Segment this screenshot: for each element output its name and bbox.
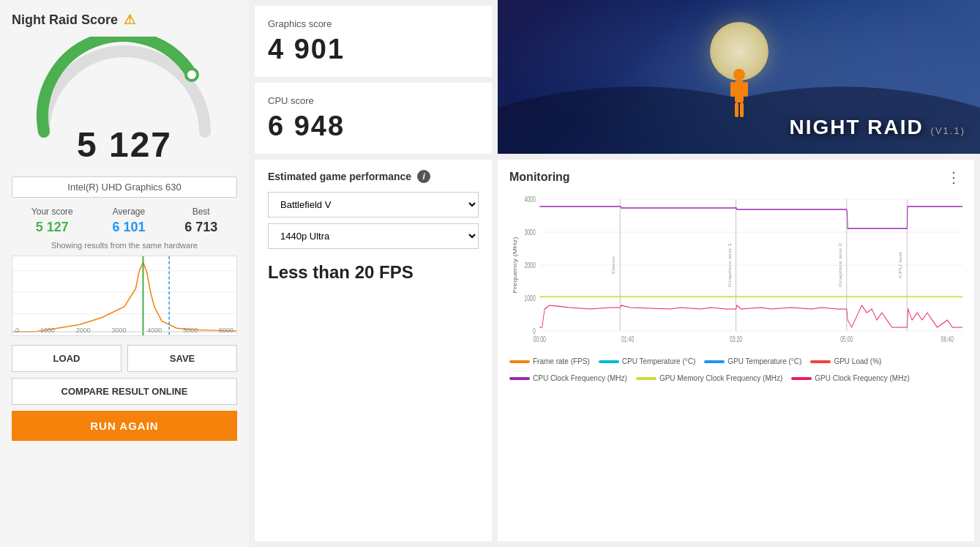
legend-color-gpu-clock xyxy=(791,377,812,380)
perf-header: Estimated game performance i xyxy=(268,170,479,183)
svg-text:1000: 1000 xyxy=(524,294,535,303)
graphics-score-card: Graphics score 4 901 xyxy=(255,6,492,77)
svg-text:3000: 3000 xyxy=(524,228,535,237)
svg-rect-12 xyxy=(735,103,738,117)
svg-text:0: 0 xyxy=(533,327,536,336)
top-section: Graphics score 4 901 CPU score 6 948 xyxy=(249,0,980,154)
legend-color-gpu-mem-clock xyxy=(636,377,657,380)
your-score-label: Your score xyxy=(31,206,73,217)
best-score-item: Best 6 713 xyxy=(184,206,217,235)
game-version: (V1.1) xyxy=(931,125,965,136)
legend-label-gpu-load: GPU Load (%) xyxy=(834,357,881,365)
fps-result: Less than 20 FPS xyxy=(268,262,479,283)
legend-gpu-load: GPU Load (%) xyxy=(810,357,881,365)
legend-label-gpu-mem-clock: GPU Memory Clock Frequency (MHz) xyxy=(659,374,782,382)
mini-chart-svg xyxy=(12,256,236,335)
perf-card: Estimated game performance i Battlefield… xyxy=(255,160,492,541)
your-score-item: Your score 5 127 xyxy=(31,206,73,235)
legend-label-gpu-temp: GPU Temperature (°C) xyxy=(727,357,801,365)
gpu-name: Intel(R) UHD Graphics 630 xyxy=(12,176,237,198)
three-dots-menu[interactable]: ⋮ xyxy=(946,168,962,186)
graphics-score-value: 4 901 xyxy=(268,34,479,65)
legend-color-gpu-temp xyxy=(704,360,725,363)
run-again-button[interactable]: RUN AGAIN xyxy=(12,411,237,441)
legend-gpu-clock: GPU Clock Frequency (MHz) xyxy=(791,374,909,382)
svg-text:06:40: 06:40 xyxy=(941,335,954,344)
cpu-score-card: CPU score 6 948 xyxy=(255,83,492,154)
svg-text:Demo: Demo xyxy=(611,256,616,274)
avg-score-label: Average xyxy=(112,206,145,217)
game-title-overlay: NIGHT RAID (V1.1) xyxy=(789,116,965,139)
svg-rect-11 xyxy=(744,82,748,97)
monitoring-chart: 4000 3000 2000 1000 0 Frequency (MHz) xyxy=(509,192,962,353)
svg-text:01:40: 01:40 xyxy=(621,335,634,344)
svg-text:03:20: 03:20 xyxy=(730,335,742,344)
warning-icon: ⚠ xyxy=(124,12,135,28)
legend-gpu-mem-clock: GPU Memory Clock Frequency (MHz) xyxy=(636,374,782,382)
middle-row: Estimated game performance i Battlefield… xyxy=(249,154,980,547)
svg-text:Frequency (MHz): Frequency (MHz) xyxy=(512,237,517,293)
load-save-row: LOAD SAVE xyxy=(12,345,237,372)
svg-rect-9 xyxy=(735,81,744,103)
score-title-text: Night Raid Score xyxy=(12,12,118,28)
legend-color-cpu-temp xyxy=(599,360,619,363)
right-panel: Graphics score 4 901 CPU score 6 948 xyxy=(249,0,980,547)
avg-score-item: Average 6 101 xyxy=(112,206,145,235)
your-score-value: 5 127 xyxy=(31,220,73,235)
legend-cpu-clock: CPU Clock Frequency (MHz) xyxy=(509,374,627,382)
perf-panel: Estimated game performance i Battlefield… xyxy=(249,154,498,547)
svg-point-1 xyxy=(187,70,196,79)
load-button[interactable]: LOAD xyxy=(12,345,121,372)
svg-rect-13 xyxy=(740,103,744,117)
bottom-section: Estimated game performance i Battlefield… xyxy=(249,154,980,547)
chart-area: 4000 3000 2000 1000 0 Frequency (MHz) xyxy=(509,192,962,353)
monitoring-header: Monitoring ⋮ xyxy=(509,168,962,186)
resolution-dropdown[interactable]: 1440p Ultra 1080p Ultra 1080p High xyxy=(268,223,479,249)
perf-title: Estimated game performance xyxy=(268,171,411,182)
legend-gpu-temp: GPU Temperature (°C) xyxy=(704,357,801,365)
best-score-value: 6 713 xyxy=(184,220,217,235)
scores-column: Graphics score 4 901 CPU score 6 948 xyxy=(249,0,498,154)
cpu-score-value: 6 948 xyxy=(268,111,479,142)
legend-color-framerate xyxy=(509,360,530,363)
svg-text:Graphics test 2: Graphics test 2 xyxy=(837,243,842,288)
legend-label-gpu-clock: GPU Clock Frequency (MHz) xyxy=(815,374,909,382)
gauge-container: 5 127 xyxy=(12,37,237,165)
legend-label-framerate: Frame rate (FPS) xyxy=(533,357,590,365)
score-comparison: Your score 5 127 Average 6 101 Best 6 71… xyxy=(12,206,237,235)
game-preview: NIGHT RAID (V1.1) xyxy=(498,0,980,154)
chart-legend: Frame rate (FPS) CPU Temperature (°C) GP… xyxy=(509,357,962,382)
svg-text:05:00: 05:00 xyxy=(840,335,853,344)
game-dropdown[interactable]: Battlefield V Call of Duty Fortnite xyxy=(268,192,479,217)
score-title: Night Raid Score ⚠ xyxy=(12,12,237,28)
legend-color-cpu-clock xyxy=(509,377,530,380)
svg-point-8 xyxy=(733,69,745,81)
legend-label-cpu-clock: CPU Clock Frequency (MHz) xyxy=(533,374,627,382)
main-score: 5 127 xyxy=(77,124,172,165)
save-button[interactable]: SAVE xyxy=(127,345,237,372)
svg-text:00:00: 00:00 xyxy=(534,335,546,344)
svg-text:Graphics test 1: Graphics test 1 xyxy=(727,243,732,288)
cpu-score-label: CPU score xyxy=(268,95,479,106)
avg-score-value: 6 101 xyxy=(112,220,145,235)
gauge-svg xyxy=(29,37,220,139)
svg-text:CPU test: CPU test xyxy=(898,251,903,278)
character-silhouette xyxy=(725,66,754,124)
legend-color-gpu-load xyxy=(810,360,831,363)
svg-text:4000: 4000 xyxy=(524,196,535,204)
mini-chart: 0100020003000400050006000 xyxy=(12,256,237,336)
best-score-label: Best xyxy=(184,206,217,217)
legend-cpu-temp: CPU Temperature (°C) xyxy=(599,357,696,365)
svg-text:2000: 2000 xyxy=(524,261,535,270)
game-title-text: NIGHT RAID xyxy=(789,116,923,138)
info-icon[interactable]: i xyxy=(417,170,430,183)
monitoring-title: Monitoring xyxy=(509,171,570,184)
legend-label-cpu-temp: CPU Temperature (°C) xyxy=(622,357,696,365)
graphics-score-label: Graphics score xyxy=(268,18,479,29)
legend-framerate: Frame rate (FPS) xyxy=(509,357,590,365)
monitoring-panel: Monitoring ⋮ 4000 3000 xyxy=(498,160,974,541)
left-panel: Night Raid Score ⚠ 5 127 Intel(R) UHD Gr… xyxy=(0,0,249,547)
svg-rect-10 xyxy=(730,82,735,97)
showing-text: Showing results from the same hardware xyxy=(12,241,237,250)
compare-button[interactable]: COMPARE RESULT ONLINE xyxy=(12,378,237,405)
